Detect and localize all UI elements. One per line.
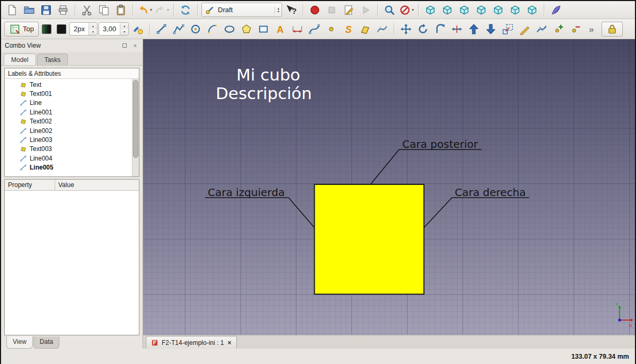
face-color-button[interactable] xyxy=(55,22,68,37)
3d-viewport[interactable]: Y X Mi cubo Descripción Cara posterior C… xyxy=(143,39,635,335)
draft-dimension-button[interactable] xyxy=(289,22,305,37)
fit-all-button[interactable] xyxy=(382,3,398,17)
draft-move-button[interactable] xyxy=(398,22,414,37)
zoomfit-icon xyxy=(384,4,395,16)
open-file-button[interactable] xyxy=(21,3,37,17)
draft-rotate-button[interactable] xyxy=(415,22,431,37)
annotation-cara-posterior[interactable]: Cara posterior xyxy=(402,138,478,150)
working-plane-button[interactable]: Top xyxy=(4,22,39,37)
property-view-tab[interactable]: View xyxy=(6,336,33,349)
tree-item[interactable]: Text xyxy=(20,80,131,89)
draft-bezier-button[interactable] xyxy=(374,22,390,37)
draft-text-button[interactable] xyxy=(272,22,288,37)
tree-item[interactable]: Line002 xyxy=(20,126,131,135)
snap-lock-button[interactable] xyxy=(602,22,623,37)
macro-record-button[interactable] xyxy=(307,3,323,17)
planetop-icon xyxy=(9,23,21,35)
panel-close-button[interactable]: × xyxy=(131,42,139,49)
line-width-decrement-button[interactable]: ▾ xyxy=(89,29,97,35)
tree-item-icon xyxy=(20,81,27,88)
view-left-button[interactable] xyxy=(524,3,540,17)
line-width-spinner[interactable]: 2px▴▾ xyxy=(69,22,98,35)
draft-arc-button[interactable] xyxy=(205,22,220,37)
save-file-button[interactable] xyxy=(38,3,54,17)
panel-float-button[interactable] xyxy=(121,42,128,49)
text-scale-decrement-button[interactable]: ▾ xyxy=(120,29,128,35)
view-top-button[interactable] xyxy=(456,3,472,17)
workbench-selector[interactable]: Draft▴▾ xyxy=(201,3,282,17)
view-right-button[interactable] xyxy=(473,3,489,17)
new-file-button[interactable] xyxy=(4,3,20,17)
scrollbar-thumb[interactable] xyxy=(133,80,138,158)
paste-button[interactable] xyxy=(113,3,129,17)
tree-scrollbar[interactable] xyxy=(132,79,139,176)
view-rear-button[interactable] xyxy=(490,3,506,17)
view-axonometric-button[interactable] xyxy=(422,3,438,17)
tree-item[interactable]: Line xyxy=(20,99,131,108)
tree-item[interactable]: Line001 xyxy=(20,108,131,117)
annotation-title-2[interactable]: Descripción xyxy=(216,84,312,103)
draft-wire-to-bspline-button[interactable] xyxy=(534,22,550,37)
annotation-cara-izquierda[interactable]: Cara izquierda xyxy=(208,186,285,199)
draft-edit-button[interactable] xyxy=(517,22,533,37)
view-front-button[interactable] xyxy=(439,3,455,17)
draft-shapestring-button[interactable] xyxy=(340,22,356,37)
draft-trimex-button[interactable] xyxy=(449,22,465,37)
toolbar-overflow-button[interactable] xyxy=(585,22,600,37)
copy-button[interactable] xyxy=(96,3,112,17)
draft-rectangle-button[interactable] xyxy=(255,22,271,37)
refresh-button[interactable] xyxy=(178,3,193,17)
redo-button[interactable]: ▾ xyxy=(154,3,170,17)
annotation-title-1[interactable]: Mi cubo xyxy=(236,65,301,84)
text-scale-spinner[interactable]: 3,00▴▾ xyxy=(99,22,129,35)
draw-style-button[interactable]: ▾ xyxy=(399,3,414,17)
draft-add-point-button[interactable] xyxy=(551,22,567,37)
tree-item[interactable]: Text003 xyxy=(20,145,131,154)
tree-item-label: Text xyxy=(30,81,41,88)
macro-edit-button[interactable] xyxy=(341,3,357,17)
view-bottom-button[interactable] xyxy=(507,3,523,17)
macro-play-button[interactable] xyxy=(358,3,374,17)
cut-icon xyxy=(81,4,93,16)
close-tab-button[interactable]: × xyxy=(227,339,232,347)
annotation-cara-derecha[interactable]: Cara derecha xyxy=(455,186,526,199)
draft-downgrade-button[interactable] xyxy=(483,22,499,37)
document-tab[interactable]: F2-T14-ejemplo-ini : 1 × xyxy=(146,336,237,349)
macro-stop-button[interactable] xyxy=(324,3,340,17)
model-tree: Labels & Attributes Text Text001 Line xyxy=(4,68,139,177)
tree-item[interactable]: Line004 xyxy=(20,154,131,163)
cut-button[interactable] xyxy=(79,3,95,17)
polygon-icon xyxy=(241,23,252,35)
tree-item[interactable]: Line003 xyxy=(20,135,131,144)
whats-this-button[interactable] xyxy=(283,3,299,17)
line-width-increment-button[interactable]: ▴ xyxy=(89,23,97,29)
apply-style-button[interactable] xyxy=(130,22,146,37)
combo-view-tab[interactable]: Tasks xyxy=(37,54,68,65)
draft-line-button[interactable] xyxy=(154,22,170,37)
cube-face[interactable] xyxy=(314,184,424,294)
tree-item[interactable]: Text002 xyxy=(20,117,131,126)
texture-tool-button[interactable] xyxy=(548,3,564,17)
combo-view-tab[interactable]: Model xyxy=(4,54,36,65)
draft-circle-button[interactable] xyxy=(188,22,204,37)
draft-point-button[interactable] xyxy=(323,22,339,37)
line-color-button[interactable] xyxy=(40,22,54,37)
working-plane-label: Top xyxy=(23,25,34,33)
draft-scale-button[interactable] xyxy=(500,22,516,37)
draft-upgrade-button[interactable] xyxy=(466,22,482,37)
tree-item[interactable]: Line005 xyxy=(20,163,131,172)
tree-item[interactable]: Text001 xyxy=(20,89,131,98)
draft-wire-button[interactable] xyxy=(171,22,187,37)
draft-ellipse-button[interactable] xyxy=(222,22,237,37)
draft-polygon-button[interactable] xyxy=(238,22,254,37)
line-width-value: 2px xyxy=(70,23,89,35)
draft-del-point-button[interactable] xyxy=(568,22,584,37)
print-button[interactable] xyxy=(55,3,71,17)
draft-offset-button[interactable] xyxy=(432,22,448,37)
draft-facebinder-button[interactable] xyxy=(357,22,373,37)
text-scale-increment-button[interactable]: ▴ xyxy=(120,23,128,29)
draft-bspline-button[interactable] xyxy=(306,22,322,37)
undo-button[interactable]: ▾ xyxy=(137,3,153,17)
shapestring-icon xyxy=(342,23,354,35)
property-view-tab[interactable]: Data xyxy=(33,336,59,349)
